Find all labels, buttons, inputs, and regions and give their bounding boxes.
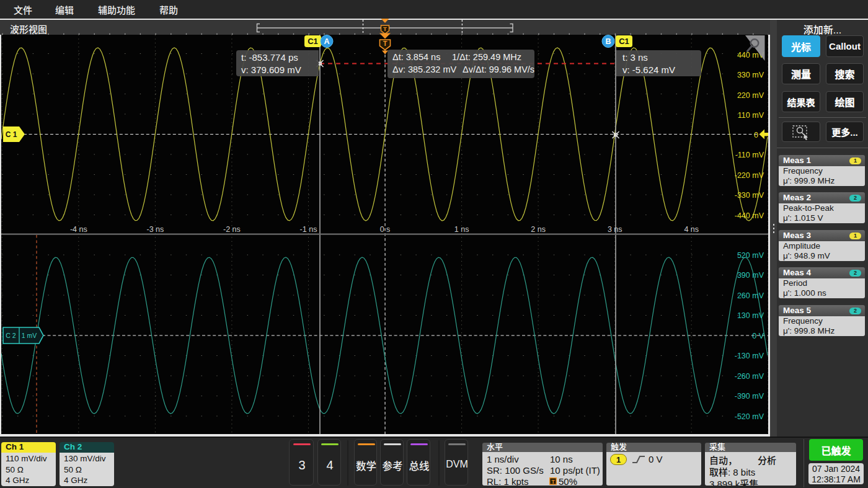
svg-text:390 mV: 390 mV [737,271,764,280]
svg-text:520 mV: 520 mV [737,251,764,260]
svg-text:-440 mV: -440 mV [735,211,764,220]
svg-text:-1 ns: -1 ns [300,225,317,234]
svg-text:A: A [324,37,329,46]
svg-text:-220 mV: -220 mV [735,171,764,180]
svg-text:C 1: C 1 [6,130,17,139]
svg-text:110 mV: 110 mV [738,111,764,120]
svg-text:T: T [383,40,388,47]
svg-text:-4 ns: -4 ns [70,225,87,234]
svg-text:-330 mV: -330 mV [735,191,764,200]
svg-text:B: B [605,37,611,46]
svg-text:0: 0 [754,131,758,140]
svg-text:260 mV: 260 mV [737,291,764,300]
svg-text:4 ns: 4 ns [684,225,699,234]
svg-text:0 s: 0 s [380,225,391,234]
svg-text:130 mV: 130 mV [737,311,764,320]
svg-text:2 ns: 2 ns [531,225,546,234]
svg-text:-390 mV: -390 mV [735,392,764,401]
svg-text:-130 mV: -130 mV [735,352,764,360]
svg-text:T: T [383,25,387,32]
svg-text:0 V: 0 V [752,332,764,340]
svg-text:C 2: C 2 [6,332,16,339]
svg-text:C1: C1 [619,37,629,46]
svg-text:-260 mV: -260 mV [735,372,764,381]
svg-text:1 mV: 1 mV [22,332,37,339]
svg-text:C1: C1 [308,37,318,46]
svg-text:1 ns: 1 ns [454,225,469,234]
svg-text:-3 ns: -3 ns [147,225,164,234]
svg-text:-520 mV: -520 mV [735,412,764,421]
svg-text:3 ns: 3 ns [608,225,622,234]
svg-text:T: T [551,478,555,484]
svg-text:-110 mV: -110 mV [735,151,764,159]
svg-text:-2 ns: -2 ns [223,225,241,234]
svg-text:220 mV: 220 mV [737,91,764,100]
svg-text:330 mV: 330 mV [737,71,764,79]
